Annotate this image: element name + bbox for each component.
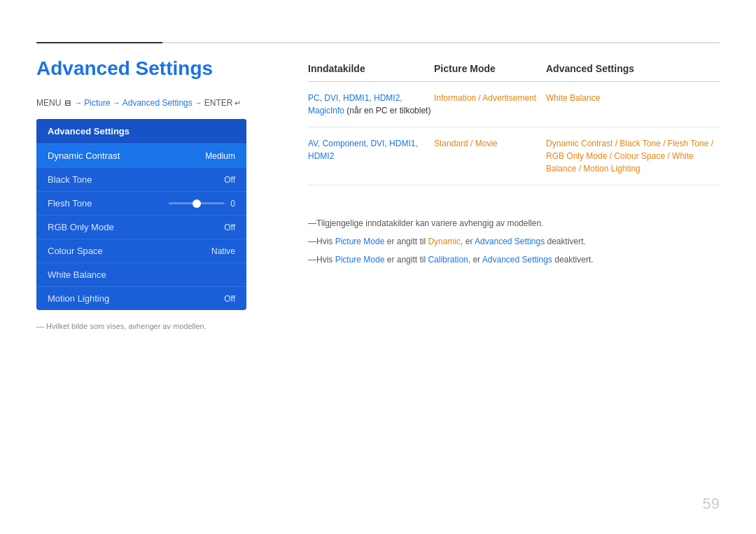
breadcrumb: MENU ⊟ → Picture → Advanced Settings → E…: [36, 98, 241, 108]
picture-mode-text-1: Information / Advertisement: [434, 93, 536, 103]
inndatakilde-text-2: AV, Component, DVI, HDMI1, HDMI2: [308, 139, 418, 161]
panel-item-black-tone[interactable]: Black Tone Off: [36, 167, 246, 191]
cell-inndatakilde-1: PC, DVI, HDMI1, HDMI2,MagicInfo (når en …: [308, 92, 434, 117]
panel-item-flesh-tone[interactable]: Flesh Tone 0: [36, 191, 246, 215]
enter-icon: ↵: [234, 99, 241, 108]
panel-item-dynamic-contrast[interactable]: Dynamic Contrast Medium: [36, 143, 246, 167]
cell-picture-mode-2: Standard / Movie: [434, 137, 546, 150]
rgb-only-mode-label: RGB Only Mode: [48, 222, 114, 232]
flesh-tone-slider-thumb[interactable]: [192, 199, 201, 208]
note-dynamic-2: Dynamic: [428, 237, 461, 246]
cell-advanced-2: Dynamic Contrast / Black Tone / Flesh To…: [546, 137, 720, 175]
note-line-1: Tilgjengelige inndatakilder kan variere …: [308, 217, 720, 230]
note-text-2b: er angitt til: [384, 237, 428, 246]
panel-footnote: ― Hvilket bilde som vises, avhenger av m…: [36, 322, 206, 330]
note-calibration-3: Calibration: [428, 255, 468, 265]
flesh-tone-slider-track[interactable]: [169, 202, 225, 204]
settings-panel: Advanced Settings Dynamic Contrast Mediu…: [36, 119, 246, 310]
colour-space-label: Colour Space: [48, 246, 103, 256]
inndatakilde-text-1b: (når en PC er tilkoblet): [344, 106, 430, 115]
note-text-3a: Hvis: [316, 255, 335, 265]
top-bar: [36, 42, 720, 43]
note-picture-mode-2: Picture Mode: [335, 237, 385, 246]
note-advanced-2: Advanced Settings: [475, 237, 545, 246]
note-text-3c: , er: [468, 255, 482, 265]
note-text-2d: deaktivert.: [545, 237, 586, 246]
picture-mode-text-2: Standard / Movie: [434, 139, 498, 148]
panel-header: Advanced Settings: [36, 119, 246, 143]
cell-inndatakilde-2: AV, Component, DVI, HDMI1, HDMI2: [308, 137, 434, 162]
flesh-tone-label: Flesh Tone: [48, 198, 92, 209]
breadcrumb-menu: MENU: [36, 98, 61, 108]
breadcrumb-picture[interactable]: Picture: [84, 98, 110, 108]
motion-lighting-value: Off: [224, 294, 235, 304]
black-tone-label: Black Tone: [48, 174, 92, 185]
note-text-3b: er angitt til: [384, 255, 428, 265]
flesh-tone-value: 0: [230, 199, 235, 209]
col-header-picture-mode: Picture Mode: [434, 63, 546, 74]
note-text-1: Tilgjengelige inndatakilder kan variere …: [316, 218, 543, 228]
panel-item-colour-space[interactable]: Colour Space Native: [36, 239, 246, 262]
motion-lighting-label: Motion Lighting: [48, 293, 109, 304]
notes-section: Tilgjengelige inndatakilder kan variere …: [308, 217, 720, 272]
dynamic-contrast-value: Medium: [205, 151, 235, 161]
colour-space-value: Native: [211, 246, 235, 256]
cell-advanced-1: White Balance: [546, 92, 720, 104]
note-line-2: Hvis Picture Mode er angitt til Dynamic,…: [308, 235, 720, 248]
panel-item-rgb-only-mode[interactable]: RGB Only Mode Off: [36, 215, 246, 239]
note-advanced-3: Advanced Settings: [482, 255, 552, 265]
flesh-tone-slider-area: 0: [169, 199, 235, 209]
note-line-3: Hvis Picture Mode er angitt til Calibrat…: [308, 253, 720, 266]
breadcrumb-enter: ENTER: [204, 98, 233, 108]
breadcrumb-advanced[interactable]: Advanced Settings: [122, 98, 192, 108]
table-header: Inndatakilde Picture Mode Advanced Setti…: [308, 63, 720, 82]
cell-picture-mode-1: Information / Advertisement: [434, 92, 546, 104]
advanced-text-1: White Balance: [546, 93, 600, 103]
note-text-3d: deaktivert.: [552, 255, 594, 265]
panel-item-white-balance[interactable]: White Balance: [36, 262, 246, 286]
menu-icon: ⊟: [64, 99, 71, 108]
dynamic-contrast-label: Dynamic Contrast: [48, 150, 120, 161]
breadcrumb-arrow3: →: [195, 99, 202, 107]
breadcrumb-arrow2: →: [113, 99, 120, 107]
table-section: Inndatakilde Picture Mode Advanced Setti…: [308, 63, 720, 185]
panel-item-motion-lighting[interactable]: Motion Lighting Off: [36, 286, 246, 310]
col-header-inndatakilde: Inndatakilde: [308, 63, 434, 74]
breadcrumb-arrow1: →: [74, 99, 82, 107]
black-tone-value: Off: [224, 175, 235, 185]
table-row: AV, Component, DVI, HDMI1, HDMI2 Standar…: [308, 127, 720, 185]
white-balance-label: White Balance: [48, 269, 106, 280]
table-row: PC, DVI, HDMI1, HDMI2,MagicInfo (når en …: [308, 82, 720, 127]
page-title: Advanced Settings: [36, 57, 213, 80]
advanced-text-2: Dynamic Contrast / Black Tone / Flesh To…: [546, 139, 713, 174]
note-picture-mode-3: Picture Mode: [335, 255, 385, 265]
rgb-only-mode-value: Off: [224, 223, 235, 232]
note-text-2c: , er: [461, 237, 475, 246]
page-number: 59: [703, 495, 720, 513]
col-header-advanced: Advanced Settings: [546, 63, 720, 74]
note-text-2a: Hvis: [316, 237, 335, 246]
